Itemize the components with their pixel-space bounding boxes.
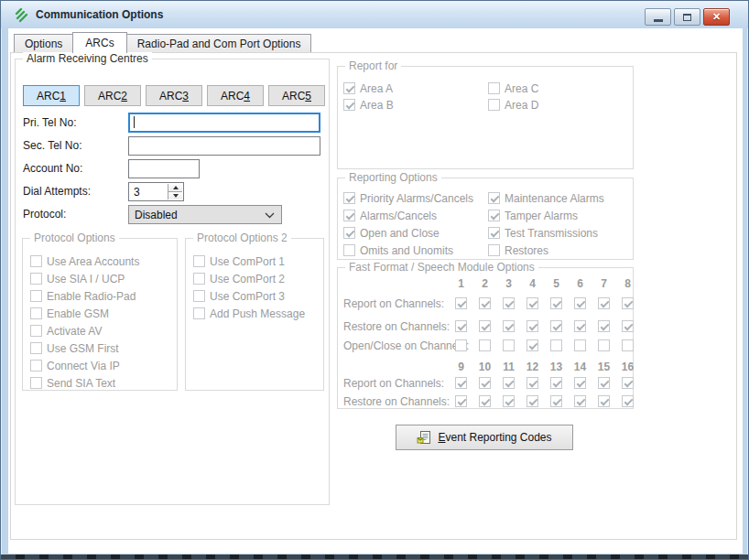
checkbox-label: Enable GSM	[47, 307, 109, 320]
close-icon: ✕	[712, 12, 721, 22]
group-title: Alarm Receiving Centres	[23, 52, 152, 65]
row-label-restore-on-channels: Restore on Channels:	[343, 320, 450, 333]
dial-attempts-value: 3	[134, 186, 140, 199]
spin-down-button[interactable]	[168, 191, 182, 199]
cb-restore-on-channels-ch8	[622, 320, 634, 332]
channel-number-4: 4	[525, 277, 540, 290]
checkbox-box	[343, 82, 355, 94]
tab-strip: OptionsARCsRadio-Pad and Com Port Option…	[14, 32, 310, 52]
event-reporting-codes-button[interactable]: Event Reporting Codes	[396, 425, 573, 450]
channel-number-1: 1	[453, 277, 469, 290]
checkbox-send-sia-text: Send SIA Text	[30, 376, 115, 390]
checkbox-box	[193, 307, 205, 319]
channel-number-12: 12	[525, 361, 540, 373]
checkbox-use-comport-2: Use ComPort 2	[193, 272, 285, 285]
checkbox-enable-radio-pad: Enable Radio-Pad	[30, 289, 136, 303]
checkbox-box	[30, 290, 42, 302]
protocol-label: Protocol:	[23, 208, 66, 221]
arc-button-4[interactable]: ARC 4	[207, 85, 264, 106]
cb-report-on-channels-ch14	[574, 377, 586, 389]
checkbox-box	[488, 244, 500, 256]
cb-restore-on-channels-ch9	[455, 395, 467, 407]
channel-number-13: 13	[548, 361, 564, 373]
cb-report-on-channels-ch1	[455, 297, 467, 309]
taskbar-sliver	[1, 555, 748, 559]
checkbox-label: Maintenance Alarms	[505, 192, 604, 205]
spin-up-button[interactable]	[168, 184, 182, 191]
cb-report-on-channels-ch8	[622, 297, 634, 309]
cb-report-on-channels-ch6	[574, 297, 586, 309]
cb-report-on-channels-ch7	[598, 297, 610, 309]
checkbox-label: Open and Close	[360, 227, 440, 240]
checkbox-test-transmissions: Test Transmissions	[488, 226, 598, 240]
checkbox-box	[488, 227, 500, 239]
channel-number-15: 15	[596, 361, 612, 373]
checkbox-use-comport-1: Use ComPort 1	[193, 254, 285, 268]
minimize-button[interactable]	[645, 8, 671, 26]
cb-open-close-on-channels-ch5	[550, 339, 562, 351]
maximize-button[interactable]	[674, 8, 700, 26]
arc-button-2[interactable]: ARC 2	[84, 85, 141, 106]
cb-open-close-on-channels-ch2	[479, 339, 491, 351]
checkbox-label: Use ComPort 1	[210, 255, 285, 268]
cb-restore-on-channels-ch5	[550, 320, 562, 332]
checkbox-box	[488, 99, 500, 111]
dial-attempts-stepper[interactable]: 3	[128, 182, 184, 201]
arc-button-1[interactable]: ARC 1	[23, 85, 80, 106]
protocol-dropdown[interactable]: Disabled	[128, 205, 282, 224]
tab-radio-pad-and-com-port-options[interactable]: Radio-Pad and Com Port Options	[126, 34, 312, 52]
spinner-buttons	[168, 184, 182, 199]
channel-number-11: 11	[501, 361, 516, 373]
maximize-icon	[683, 14, 691, 21]
checkbox-omits-and-unomits: Omits and Unomits	[343, 243, 453, 257]
channel-number-10: 10	[477, 361, 493, 373]
cb-restore-on-channels-ch1	[455, 320, 467, 332]
checkbox-open-and-close: Open and Close	[343, 226, 440, 240]
chevron-down-icon	[265, 212, 275, 219]
checkbox-label: Restores	[505, 244, 548, 257]
checkbox-use-gsm-first: Use GSM First	[30, 341, 119, 355]
arc-button-3[interactable]: ARC 3	[146, 85, 202, 106]
cb-report-on-channels-ch11	[503, 377, 515, 389]
cb-report-on-channels-ch10	[479, 377, 491, 389]
checkbox-label: Alarms/Cancels	[360, 210, 437, 222]
arc-button-5[interactable]: ARC 5	[268, 85, 325, 106]
window-title: Communication Options	[36, 8, 163, 21]
checkbox-box	[30, 325, 42, 337]
checkbox-restores: Restores	[488, 243, 548, 257]
checkbox-use-sia-i-ucp: Use SIA I / UCP	[30, 272, 125, 285]
checkbox-label: Send SIA Text	[47, 377, 115, 390]
cb-open-close-on-channels-ch3	[503, 339, 515, 351]
checkbox-label: Use GSM First	[47, 342, 119, 355]
pri-tel-label: Pri. Tel No:	[23, 116, 76, 129]
cb-report-on-channels-ch16	[622, 377, 634, 389]
checkbox-box	[488, 82, 500, 94]
cb-restore-on-channels-ch13	[550, 395, 562, 407]
checkbox-box	[193, 290, 205, 302]
close-button[interactable]: ✕	[703, 8, 730, 26]
checkbox-label: Area B	[360, 99, 394, 112]
sec-tel-input[interactable]	[128, 136, 320, 156]
account-no-input[interactable]	[128, 159, 200, 178]
tab-options[interactable]: Options	[14, 34, 73, 52]
event-button-label: Event Reporting Codes	[438, 431, 551, 444]
cb-open-close-on-channels-ch8	[622, 339, 634, 351]
dial-attempts-label: Dial Attempts:	[23, 185, 91, 198]
checkbox-area-b: Area B	[343, 98, 394, 112]
tab-arcs[interactable]: ARCs	[72, 32, 126, 53]
text-caret	[134, 116, 135, 128]
group-report-for: Report for Area AArea BArea CArea D	[337, 66, 634, 169]
cb-report-on-channels-ch2	[479, 297, 491, 309]
cb-open-close-on-channels-ch6	[574, 339, 586, 351]
checkbox-add-push-message: Add Push Message	[193, 307, 305, 320]
cb-open-close-on-channels-ch7	[598, 339, 610, 351]
checkbox-label: Area D	[505, 99, 538, 112]
row-label-restore-on-channels: Restore on Channels:	[343, 395, 450, 408]
window-controls: ✕	[645, 8, 730, 26]
row-label-open-close-on-channels: Open/Close on Channels:	[343, 339, 469, 352]
checkbox-label: Use Area Accounts	[47, 255, 139, 268]
pri-tel-input[interactable]	[128, 113, 320, 133]
checkbox-use-area-accounts: Use Area Accounts	[30, 254, 139, 268]
channel-number-7: 7	[596, 277, 612, 290]
checkbox-label: Activate AV	[47, 325, 102, 338]
